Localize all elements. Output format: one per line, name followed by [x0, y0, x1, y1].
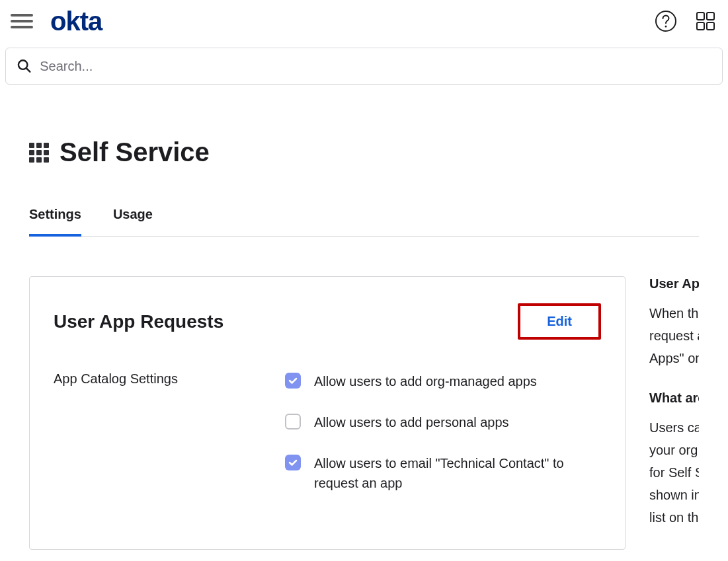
apps-icon[interactable] — [694, 9, 717, 33]
checkbox-label: Allow users to email "Technical Contact"… — [314, 453, 601, 493]
edit-button[interactable]: Edit — [518, 303, 601, 340]
tab-usage[interactable]: Usage — [113, 207, 153, 237]
self-service-icon — [29, 143, 49, 163]
help-sidebar: User App Re When this is request apps Ap… — [649, 276, 699, 550]
checkbox-email-contact[interactable] — [285, 455, 301, 470]
checkbox-row-personal: Allow users to add personal apps — [285, 412, 601, 432]
section-label: App Catalog Settings — [54, 371, 285, 387]
help-heading: What are or — [649, 391, 699, 406]
help-text: Users can re your org has for Self Serv … — [649, 416, 699, 529]
checkbox-row-email-contact: Allow users to email "Technical Contact"… — [285, 453, 601, 493]
checkbox-row-org-managed: Allow users to add org-managed apps — [285, 371, 601, 391]
menu-button[interactable] — [11, 9, 34, 33]
checkbox-org-managed[interactable] — [285, 373, 301, 389]
svg-rect-4 — [697, 22, 704, 30]
search-bar[interactable] — [5, 48, 723, 85]
page-title: Self Service — [60, 137, 210, 167]
svg-rect-3 — [707, 13, 714, 20]
user-app-requests-card: User App Requests Edit App Catalog Setti… — [29, 276, 626, 550]
help-text: When this is request apps Apps" on the — [649, 302, 699, 369]
help-heading: User App Re — [649, 276, 699, 291]
okta-logo: okta — [50, 7, 102, 36]
tabs: Settings Usage — [29, 207, 699, 237]
svg-rect-5 — [707, 22, 714, 30]
tab-settings[interactable]: Settings — [29, 207, 81, 237]
search-input[interactable] — [40, 59, 711, 74]
card-title: User App Requests — [54, 311, 223, 332]
svg-point-0 — [656, 11, 676, 31]
svg-line-7 — [26, 68, 30, 71]
checkbox-label: Allow users to add org-managed apps — [314, 371, 537, 391]
checkbox-label: Allow users to add personal apps — [314, 412, 509, 432]
help-icon[interactable] — [654, 9, 678, 33]
checkbox-personal[interactable] — [285, 414, 301, 430]
svg-point-1 — [665, 26, 667, 28]
search-icon — [17, 58, 32, 74]
svg-rect-2 — [697, 13, 704, 20]
